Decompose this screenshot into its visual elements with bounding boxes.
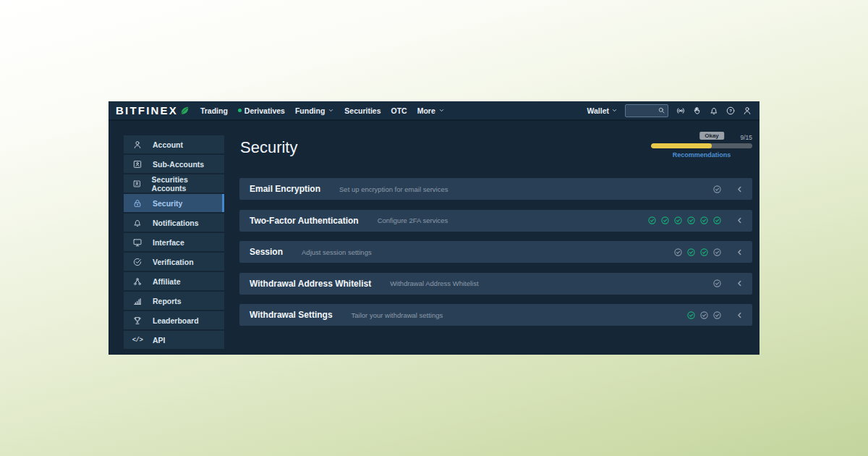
chevron-left-icon[interactable] (736, 185, 744, 193)
status-check-icon-off (712, 185, 722, 194)
section-subtitle: Adjust session settings (302, 248, 372, 256)
chevron-left-icon[interactable] (736, 311, 744, 319)
top-navbar: BITFINEX TradingDerivativesFundingSecuri… (109, 101, 760, 121)
sidebar-item-interface[interactable]: Interface (124, 233, 224, 251)
score-status-badge: Okay (699, 132, 724, 140)
nav-right: Wallet ? (587, 104, 752, 117)
code-icon: </> (132, 335, 142, 345)
sidebar-item-label: Interface (153, 238, 184, 247)
bar-chart-icon (132, 296, 142, 306)
help-icon[interactable]: ? (726, 106, 736, 116)
sidebar-item-securities-accounts[interactable]: Securities Accounts (124, 174, 224, 193)
sidebar-item-security[interactable]: Security (124, 194, 224, 212)
status-check-icon-on (699, 216, 709, 225)
status-check-icon-off (673, 248, 683, 257)
svg-text:?: ? (729, 109, 732, 113)
nav-link-trading[interactable]: Trading (200, 106, 228, 115)
sidebar-item-affiliate[interactable]: Affiliate (124, 272, 224, 290)
section-row-session[interactable]: SessionAdjust session settings (239, 241, 752, 263)
nav-link-label: Funding (295, 106, 325, 115)
trophy-icon (132, 316, 142, 326)
sidebar-item-label: Reports (153, 297, 182, 305)
section-title: Withdrawal Settings (250, 310, 333, 320)
wallet-label: Wallet (587, 106, 609, 115)
sidebar-item-label: Notifications (153, 219, 199, 227)
nav-link-label: Securities (344, 106, 380, 115)
status-check-icon-on (686, 216, 696, 225)
id-card-icon (132, 159, 142, 169)
section-row-withdrawal-settings[interactable]: Withdrawal SettingsTailor your withdrawa… (239, 304, 752, 326)
id-card-icon (132, 179, 142, 189)
section-row-withdrawal-address-whitelist[interactable]: Withdrawal Address WhitelistWithdrawal A… (239, 273, 752, 295)
status-check-icon-off (712, 279, 722, 288)
chevron-left-icon[interactable] (736, 216, 744, 224)
search-icon (658, 106, 665, 114)
section-row-email-encryption[interactable]: Email EncryptionSet up encryption for em… (239, 178, 752, 200)
bitfinex-logo[interactable]: BITFINEX (116, 104, 190, 117)
chevron-down-icon (611, 107, 618, 114)
section-subtitle: Configure 2FA services (378, 216, 448, 224)
nav-link-funding[interactable]: Funding (295, 106, 334, 115)
chevron-down-icon (438, 107, 445, 114)
section-status-group (647, 216, 722, 225)
bitfinex-logo-text: BITFINEX (116, 104, 178, 117)
sidebar-item-label: Verification (153, 258, 194, 266)
sidebar-item-leaderboard[interactable]: Leaderboard (124, 311, 224, 329)
nav-link-otc[interactable]: OTC (391, 106, 407, 115)
nav-link-securities[interactable]: Securities (344, 106, 380, 115)
section-row-two-factor-authentication[interactable]: Two-Factor AuthenticationConfigure 2FA s… (239, 210, 752, 232)
nav-link-label: More (417, 106, 435, 115)
score-progress-fill (651, 143, 712, 148)
status-check-icon-off (712, 311, 722, 320)
section-title: Two-Factor Authentication (250, 216, 359, 226)
search-box[interactable] (625, 104, 668, 117)
sidebar-item-reports[interactable]: Reports (124, 292, 224, 310)
recommendations-link[interactable]: Recommendations (651, 151, 752, 159)
sidebar-item-verification[interactable]: Verification (124, 253, 224, 271)
sidebar-item-label: Security (153, 199, 182, 208)
nav-link-label: OTC (391, 106, 407, 115)
sidebar-item-label: Affiliate (153, 277, 181, 286)
chevron-left-icon[interactable] (736, 279, 744, 287)
sidebar-item-sub-accounts[interactable]: Sub-Accounts (124, 155, 224, 173)
sidebar-item-api[interactable]: </>API (124, 331, 224, 349)
security-sections-list: Email EncryptionSet up encryption for em… (239, 178, 752, 336)
sidebar-item-label: Leaderboard (153, 316, 199, 325)
bell-icon[interactable] (709, 106, 719, 116)
sidebar-item-label: Securities Accounts (152, 175, 217, 193)
status-check-icon-on (712, 216, 722, 225)
section-status-group (673, 248, 722, 257)
wallet-menu[interactable]: Wallet (587, 106, 618, 115)
status-check-icon-on (699, 248, 709, 257)
page-title: Security (240, 138, 297, 157)
sidebar-item-label: Account (153, 140, 183, 149)
sidebar-item-notifications[interactable]: Notifications (124, 214, 224, 232)
lock-icon (132, 198, 142, 208)
nav-link-more[interactable]: More (417, 106, 445, 115)
nav-link-derivatives[interactable]: Derivatives (238, 106, 285, 115)
sidebar-item-label: API (153, 336, 166, 345)
status-check-icon-on (686, 248, 696, 257)
section-title: Email Encryption (250, 184, 320, 194)
sidebar-item-label: Sub-Accounts (153, 160, 204, 169)
score-progress-bar (651, 143, 752, 148)
search-input[interactable] (628, 107, 658, 114)
hand-wave-icon[interactable] (692, 106, 702, 116)
nav-icon-group: ? (676, 106, 752, 116)
settings-sidebar: AccountSub-AccountsSecurities AccountsSe… (124, 135, 224, 350)
signal-icon[interactable] (676, 106, 686, 116)
leaf-icon (179, 106, 190, 116)
monitor-icon (132, 237, 142, 248)
chevron-left-icon[interactable] (736, 248, 744, 256)
bell-icon (132, 218, 142, 228)
sidebar-item-account[interactable]: Account (124, 135, 224, 153)
bitfinex-app-window: BITFINEX TradingDerivativesFundingSecuri… (109, 101, 760, 355)
section-title: Withdrawal Address Whitelist (250, 279, 371, 289)
nav-links: TradingDerivativesFundingSecuritiesOTCMo… (200, 106, 445, 115)
nav-link-label: Derivatives (244, 106, 285, 115)
status-check-icon-off (712, 248, 722, 257)
user-icon[interactable] (742, 106, 752, 116)
section-title: Session (250, 247, 283, 257)
status-check-icon-on (686, 311, 696, 320)
status-check-icon-off (699, 311, 709, 320)
